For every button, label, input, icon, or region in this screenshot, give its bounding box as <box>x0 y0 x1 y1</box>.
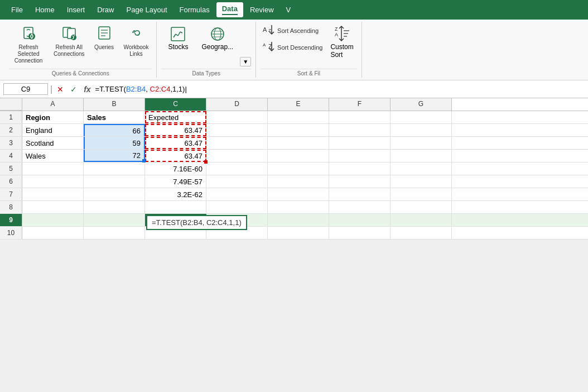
cell-g10[interactable] <box>391 227 452 239</box>
menu-more[interactable]: V <box>281 3 297 16</box>
menu-data[interactable]: Data <box>216 2 243 17</box>
cell-a5[interactable] <box>22 162 84 175</box>
menu-file[interactable]: File <box>6 3 28 16</box>
cell-e10[interactable] <box>268 227 329 239</box>
cell-d4[interactable] <box>206 150 268 162</box>
cell-g4[interactable] <box>391 150 452 162</box>
cell-a7[interactable] <box>22 188 84 200</box>
custom-sort-btn[interactable]: Z A CustomSort <box>327 23 356 61</box>
cell-b10[interactable] <box>84 227 145 239</box>
insert-function-icon[interactable]: fx <box>81 84 93 95</box>
cell-g6[interactable] <box>391 175 452 188</box>
cell-f10[interactable] <box>329 227 391 239</box>
cell-c7[interactable]: 3.2E-62 <box>145 188 206 200</box>
cell-a10[interactable] <box>22 227 84 239</box>
refresh-all-btn[interactable]: Refresh AllConnections <box>50 23 88 60</box>
cell-f8[interactable] <box>329 201 391 213</box>
cell-g1[interactable] <box>391 111 452 123</box>
cell-b6[interactable] <box>84 175 145 188</box>
cell-d6[interactable] <box>206 175 268 188</box>
formula-display[interactable]: =T.TEST(B2:B4, C2:C4,1,1)| <box>95 85 585 93</box>
col-header-e[interactable]: E <box>268 98 329 111</box>
cancel-formula-icon[interactable]: ✕ <box>55 84 66 95</box>
cell-d7[interactable] <box>206 188 268 200</box>
cell-a4[interactable]: Wales <box>22 150 84 162</box>
workbook-links-btn[interactable]: WorkbookLinks <box>121 23 152 60</box>
cell-e4[interactable] <box>268 150 329 162</box>
cell-b1[interactable]: Sales <box>84 111 145 123</box>
cell-a9[interactable] <box>22 214 84 226</box>
cell-b3[interactable]: 59 <box>84 137 145 149</box>
cell-d8[interactable] <box>206 201 268 213</box>
cell-g3[interactable] <box>391 137 452 149</box>
cell-a3[interactable]: Scotland <box>22 137 84 149</box>
cell-d1[interactable] <box>206 111 268 123</box>
cell-b5[interactable] <box>84 162 145 175</box>
cell-b2[interactable]: 66 <box>84 124 145 136</box>
cell-f5[interactable] <box>329 162 391 175</box>
cell-e5[interactable] <box>268 162 329 175</box>
cell-e8[interactable] <box>268 201 329 213</box>
sort-filter-label: Sort & Fil <box>261 69 357 77</box>
col-header-b[interactable]: B <box>84 98 145 111</box>
cell-e3[interactable] <box>268 137 329 149</box>
col-header-g[interactable]: G <box>391 98 452 111</box>
cell-c5[interactable]: 7.16E-60 <box>145 162 206 175</box>
geography-btn[interactable]: Geograp... <box>197 23 238 53</box>
cell-f4[interactable] <box>329 150 391 162</box>
cell-c2[interactable]: 63.47 <box>145 124 206 136</box>
cell-g2[interactable] <box>391 124 452 136</box>
cell-b8[interactable] <box>84 201 145 213</box>
cell-g9[interactable] <box>391 214 452 226</box>
cell-f3[interactable] <box>329 137 391 149</box>
cell-b9[interactable] <box>84 214 145 226</box>
table-row: 9 =T.TEST(B2:B4, C2:C4,1,1) <box>0 214 588 227</box>
cell-f6[interactable] <box>329 175 391 188</box>
cell-f7[interactable] <box>329 188 391 200</box>
cell-d3[interactable] <box>206 137 268 149</box>
cell-c3[interactable]: 63.47 <box>145 137 206 149</box>
col-header-a[interactable]: A <box>22 98 84 111</box>
col-header-d[interactable]: D <box>206 98 268 111</box>
cell-g5[interactable] <box>391 162 452 175</box>
refresh-selected-btn[interactable]: Refresh SelectedConnection <box>9 23 48 66</box>
cell-g8[interactable] <box>391 201 452 213</box>
cell-a2[interactable]: England <box>22 124 84 136</box>
cell-f1[interactable] <box>329 111 391 123</box>
menu-formulas[interactable]: Formulas <box>174 3 215 16</box>
cell-a6[interactable] <box>22 175 84 188</box>
col-header-f[interactable]: F <box>329 98 391 111</box>
menu-review[interactable]: Review <box>244 3 279 16</box>
cell-c9[interactable]: =T.TEST(B2:B4, C2:C4,1,1) <box>145 214 206 226</box>
cell-f9[interactable] <box>329 214 391 226</box>
cell-e2[interactable] <box>268 124 329 136</box>
cell-d2[interactable] <box>206 124 268 136</box>
menu-page-layout[interactable]: Page Layout <box>121 3 173 16</box>
cell-reference[interactable] <box>3 83 48 95</box>
menu-draw[interactable]: Draw <box>91 3 119 16</box>
cell-c6[interactable]: 7.49E-57 <box>145 175 206 188</box>
cell-g7[interactable] <box>391 188 452 200</box>
cell-e1[interactable] <box>268 111 329 123</box>
cell-c4[interactable]: 63.47 <box>145 150 206 162</box>
menu-home[interactable]: Home <box>30 3 60 16</box>
data-types-dropdown[interactable]: ▼ <box>240 57 251 66</box>
cell-c1[interactable]: Expected <box>145 111 206 123</box>
menu-insert[interactable]: Insert <box>61 3 91 16</box>
col-header-c[interactable]: C <box>145 98 206 111</box>
confirm-formula-icon[interactable]: ✓ <box>68 84 79 95</box>
stocks-btn[interactable]: Stocks <box>161 23 195 53</box>
sort-ascending-btn[interactable]: A Z Sort Ascending <box>261 23 325 39</box>
cell-e6[interactable] <box>268 175 329 188</box>
sort-descending-btn[interactable]: A Z Sort Descending <box>261 40 325 55</box>
cell-a8[interactable] <box>22 201 84 213</box>
cell-b4[interactable]: 72 <box>84 150 145 162</box>
cell-f2[interactable] <box>329 124 391 136</box>
cell-e9[interactable] <box>268 214 329 226</box>
cell-a1[interactable]: Region <box>22 111 84 123</box>
cell-d5[interactable] <box>206 162 268 175</box>
cell-e7[interactable] <box>268 188 329 200</box>
cell-b7[interactable] <box>84 188 145 200</box>
cell-c8[interactable] <box>145 201 206 213</box>
queries-btn[interactable]: Queries <box>90 23 118 53</box>
